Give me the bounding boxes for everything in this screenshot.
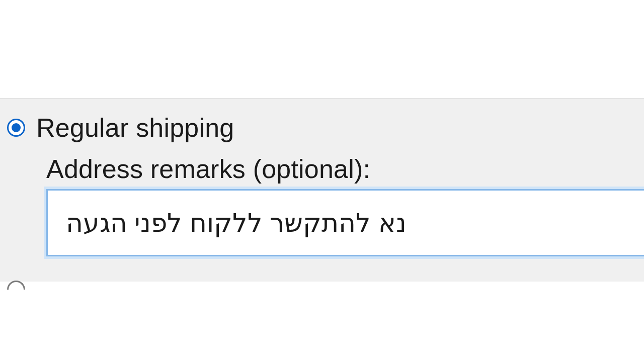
shipping-option-regular[interactable]: Regular shipping [7, 113, 644, 143]
radio-unchecked-icon [7, 281, 25, 290]
radio-inner-dot [12, 123, 21, 132]
address-remarks-label: Address remarks (optional): [46, 154, 644, 184]
address-remarks-input-wrap [46, 189, 644, 256]
radio-checked-icon [7, 119, 25, 137]
address-remarks-input[interactable] [46, 189, 644, 256]
shipping-fieldset: Regular shipping Address remarks (option… [0, 98, 644, 282]
shipping-option-regular-label: Regular shipping [36, 113, 234, 143]
